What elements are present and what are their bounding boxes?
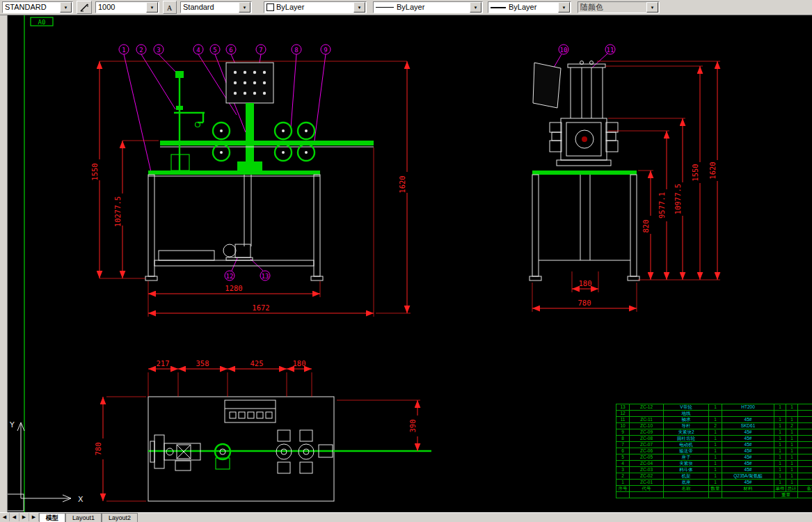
parts-table-row: 6ZC-06输送带145#11 — [616, 448, 812, 454]
bom-cell: 1 — [786, 480, 798, 486]
bom-cell — [798, 480, 812, 486]
svg-text:A0: A0 — [38, 19, 46, 26]
object-properties-toolbar: STANDARD ▼ 1000 ▼ A Standard ▼ ByLayer — [0, 0, 812, 15]
tab-nav-first-button[interactable]: ◀ — [0, 513, 10, 521]
bom-cell — [722, 411, 774, 417]
y-axis-label: Y — [9, 420, 15, 429]
bom-cell: 1 — [709, 429, 722, 436]
svg-text:1620: 1620 — [708, 161, 717, 179]
bom-cell: 45# — [722, 436, 774, 442]
tab-layout2[interactable]: Layout2 — [102, 513, 138, 522]
bom-cell — [798, 461, 812, 467]
svg-text:10977.5: 10977.5 — [674, 184, 682, 214]
scale-combo[interactable]: 1000 ▼ — [95, 1, 159, 13]
bom-cell — [630, 411, 664, 417]
tab-nav-last-button[interactable]: ▶ — [29, 513, 39, 521]
balloon: 4 — [193, 45, 203, 54]
bom-cell: 1 — [774, 442, 786, 448]
chevron-down-icon[interactable]: ▼ — [353, 2, 365, 13]
tab-nav-prev-button[interactable]: ◀ — [10, 513, 19, 521]
bom-cell: 名称 — [664, 486, 709, 492]
lineweight-combo[interactable]: ByLayer ▼ — [488, 1, 571, 13]
tab-nav-next-button[interactable]: ▶ — [19, 513, 29, 521]
bom-cell: 1 — [709, 467, 722, 473]
svg-text:217: 217 — [157, 359, 170, 367]
bom-cell: 1 — [786, 467, 798, 473]
x-axis-label: X — [78, 495, 83, 504]
svg-text:13: 13 — [262, 273, 269, 280]
bom-cell: 45# — [722, 461, 774, 467]
drawing-area[interactable]: A0 1 2 — [0, 15, 812, 513]
balloon: 7 — [256, 45, 266, 54]
svg-text:5: 5 — [213, 47, 216, 54]
parts-table-row: 重量 — [616, 492, 812, 498]
bom-cell: 1 — [774, 417, 786, 423]
bom-cell: 1 — [774, 480, 786, 486]
scale-value: 1000 — [98, 2, 145, 13]
bom-cell: 1 — [786, 404, 798, 411]
bom-cell: 12 — [616, 411, 630, 417]
svg-text:425: 425 — [250, 359, 264, 367]
bom-cell: 1 — [774, 423, 786, 429]
bom-cell: 1 — [709, 480, 722, 486]
tab-model[interactable]: 模型 — [39, 513, 65, 522]
bom-cell: ZC-12 — [630, 404, 664, 411]
svg-text:12: 12 — [226, 273, 234, 280]
bom-cell: 1 — [774, 473, 786, 480]
bom-weight-header: 重量 — [774, 492, 798, 498]
bom-cell: 7 — [616, 442, 630, 448]
chevron-down-icon[interactable]: ▼ — [146, 2, 158, 13]
bom-cell: 1 — [709, 454, 722, 461]
bom-cell: 数量 — [709, 486, 722, 492]
balloon: 6 — [226, 45, 236, 54]
bom-cell: 11 — [616, 417, 630, 423]
post-base — [237, 161, 262, 171]
lineweight-sample-icon — [491, 7, 506, 8]
bom-cell: 2 — [616, 473, 630, 480]
linetype-combo[interactable]: ByLayer ▼ — [373, 1, 483, 13]
plotstyle-value: 随颜色 — [580, 2, 646, 13]
svg-text:8: 8 — [294, 47, 298, 54]
color-swatch-icon — [266, 3, 274, 11]
bom-cell: 总计 — [786, 486, 798, 492]
feeder-plan — [150, 435, 200, 470]
chevron-down-icon[interactable]: ▼ — [60, 2, 72, 13]
bom-cell: 5 — [616, 454, 630, 461]
bom-cell: 料斗体 — [664, 467, 709, 473]
bom-cell: 45# — [722, 480, 774, 486]
balloon: 1 — [119, 45, 129, 54]
dimstyle-icon-button[interactable] — [77, 1, 92, 14]
plotstyle-combo[interactable]: 随颜色 ▼ — [578, 1, 660, 13]
bom-cell: 1 — [786, 454, 798, 461]
tab-layout1[interactable]: Layout1 — [65, 513, 102, 522]
svg-text:180: 180 — [579, 279, 592, 287]
bom-cell: 1 — [774, 404, 786, 411]
textstyle-icon-button[interactable]: A — [163, 1, 177, 14]
bom-cell — [798, 436, 812, 442]
svg-text:358: 358 — [196, 359, 209, 367]
chevron-down-icon[interactable]: ▼ — [239, 2, 250, 13]
parts-table-row: 13ZC-12V带轮1HT20011 — [616, 404, 812, 411]
chevron-down-icon[interactable]: ▼ — [558, 2, 570, 13]
bom-cell: V带轮 — [664, 404, 709, 411]
bom-cell: 45# — [722, 442, 774, 448]
balloon: 11 — [605, 45, 615, 54]
bom-cell: 1 — [786, 417, 798, 423]
bom-cell — [709, 411, 722, 417]
svg-text:390: 390 — [408, 420, 417, 433]
chevron-down-icon[interactable]: ▼ — [646, 2, 658, 13]
bom-cell: 夹紧块 — [664, 461, 709, 467]
svg-text:780: 780 — [94, 443, 102, 456]
chevron-down-icon[interactable]: ▼ — [470, 2, 481, 13]
svg-text:10: 10 — [560, 47, 568, 54]
cad-application-window: STANDARD ▼ 1000 ▼ A Standard ▼ ByLayer — [0, 0, 812, 522]
bom-cell: 1 — [786, 448, 798, 454]
bom-cell: 2 — [786, 423, 798, 429]
dimstyle-combo[interactable]: STANDARD ▼ — [2, 1, 73, 13]
textstyle-combo[interactable]: Standard ▼ — [180, 1, 252, 13]
bom-cell: 45# — [722, 429, 774, 436]
balloon: 12 — [225, 271, 234, 280]
bom-cell: 1 — [709, 436, 722, 442]
layout-tab-bar: ◀ ◀ ▶ ▶ 模型 Layout1 Layout2 — [0, 512, 812, 522]
color-combo[interactable]: ByLayer ▼ — [264, 1, 367, 13]
